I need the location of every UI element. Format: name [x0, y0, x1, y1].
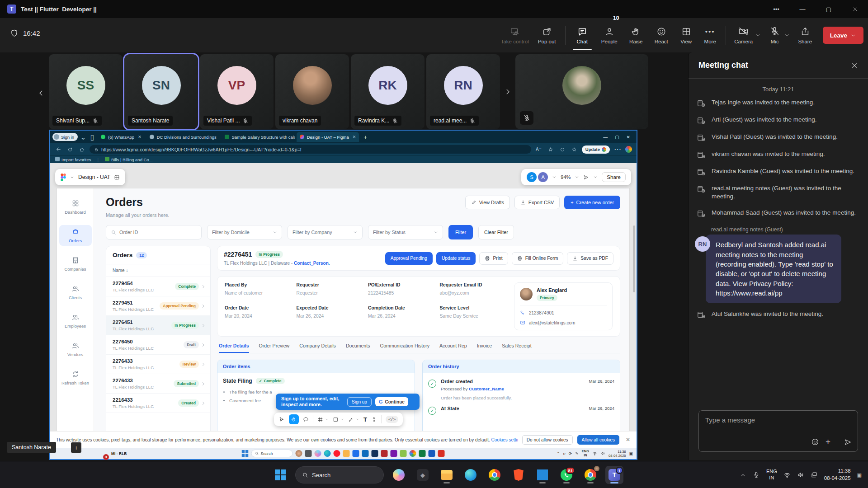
participant-tile-active-speaker[interactable]: SN Santosh Narate	[124, 54, 198, 129]
present-play-icon[interactable]	[583, 174, 589, 180]
language-indicator[interactable]: ENGIN	[766, 469, 777, 481]
vertical-tabs-icon[interactable]: ▯	[89, 133, 96, 141]
tray-icon[interactable]: ⟳	[569, 451, 572, 456]
clear-filter-button[interactable]: Clear Filter	[478, 225, 514, 239]
volume-icon[interactable]	[797, 471, 804, 479]
chevron-down-icon[interactable]	[325, 418, 329, 421]
navy-app-icon[interactable]	[372, 450, 378, 457]
files-app-icon[interactable]	[305, 450, 312, 457]
teams-button[interactable]: T 1	[605, 466, 623, 484]
layout-icon[interactable]	[114, 174, 120, 180]
browser-tab[interactable]: DC Divisions and Surroundings✕	[146, 132, 220, 142]
favorite-star-icon[interactable]	[547, 147, 555, 152]
collections-icon[interactable]	[570, 147, 578, 152]
clock[interactable]: 11:3808-04-2025	[609, 450, 626, 458]
pen-tool-icon[interactable]	[348, 417, 354, 422]
order-row[interactable]: 2279454TL Flex Holdings LLCComplete	[106, 277, 210, 296]
component-tool-icon[interactable]	[371, 417, 377, 422]
browser-menu-dots-icon[interactable]: ⋯	[613, 145, 622, 154]
order-row[interactable]: 2279451TL Flex Holdings LLCApproval Pend…	[106, 296, 210, 316]
participant-tile[interactable]: SS Shivani Sup...	[49, 54, 123, 129]
notification-icon[interactable]: ▣	[629, 451, 633, 456]
chrome-profile-button[interactable]	[581, 466, 599, 484]
tab-account-rep[interactable]: Account Rep	[439, 343, 467, 353]
zoom-level[interactable]: 94%	[561, 174, 571, 180]
window-more-icon[interactable]: •••	[763, 0, 789, 18]
frame-tool-icon[interactable]	[317, 417, 323, 422]
comment-tool-icon[interactable]	[303, 417, 309, 422]
defender-icon[interactable]	[381, 450, 388, 457]
back-icon[interactable]	[54, 146, 62, 152]
presenter-tag-plus-button[interactable]: +	[71, 442, 81, 453]
dev-mode-toggle[interactable]: </>	[386, 416, 398, 423]
browser-update-button[interactable]: Update	[582, 145, 610, 154]
chrome-button[interactable]	[486, 466, 504, 484]
sidebar-item-employees[interactable]: Employees	[59, 310, 92, 331]
bookmark-import-favorites[interactable]: Import favorites	[55, 157, 91, 162]
mic-options-chevron-icon[interactable]	[784, 32, 790, 38]
move-cursor-tool-icon[interactable]	[278, 416, 285, 422]
canvas-scrollbar[interactable]	[633, 225, 635, 292]
tab-close-icon[interactable]: ✕	[353, 135, 356, 139]
tray-chevron-icon[interactable]: ⌃	[557, 451, 560, 456]
tray-chevron-up-icon[interactable]	[740, 472, 746, 479]
browser-minimize-icon[interactable]: —	[603, 135, 608, 140]
cookie-close-icon[interactable]: ✕	[626, 436, 630, 443]
search-box[interactable]: Search	[251, 450, 293, 457]
present-chevron-icon[interactable]	[593, 175, 598, 179]
window-minimize-icon[interactable]: —	[789, 0, 816, 18]
browser-tab[interactable]: (6) WhatsApp✕	[98, 132, 145, 142]
sidebar-item-vendors[interactable]: Vendors	[59, 339, 92, 360]
folder-icon[interactable]	[343, 450, 350, 457]
create-new-order-button[interactable]: +Create new order	[564, 196, 620, 209]
calculator-icon[interactable]	[353, 450, 359, 457]
hand-tool-icon-active[interactable]	[289, 414, 299, 424]
save-as-pdf-button[interactable]: Save as PDF	[567, 252, 613, 265]
export-csv-button[interactable]: Export CSV	[514, 196, 560, 209]
zoom-chevron-icon[interactable]	[575, 175, 579, 179]
customer-name-link[interactable]: Customer_Name	[469, 386, 504, 391]
chrome-icon[interactable]	[410, 450, 416, 457]
sidebar-item-orders[interactable]: Orders	[59, 225, 92, 246]
send-icon[interactable]	[844, 438, 852, 446]
participant-tile[interactable]: RK Ravindra K...	[351, 54, 425, 129]
browser-tab-active[interactable]: Design - UAT – Figma✕	[297, 132, 359, 142]
participant-tile[interactable]: vikram chavan	[275, 54, 349, 129]
browser-profile-avatar[interactable]	[625, 146, 632, 153]
todo-icon[interactable]	[400, 450, 407, 457]
start-button[interactable]	[271, 466, 289, 484]
contact-email-row[interactable]: alex@vstatefilings.com	[520, 320, 607, 325]
sign-up-button[interactable]: Sign up	[347, 397, 372, 407]
order-id-search-field[interactable]	[106, 225, 202, 239]
brave-button[interactable]	[509, 466, 528, 484]
tab-search-icon[interactable]: ⌄	[80, 133, 87, 141]
home-icon[interactable]	[78, 147, 86, 152]
mic-button[interactable]: Mic	[763, 26, 787, 44]
sidebar-item-clients[interactable]: Clients	[59, 282, 92, 303]
leave-button[interactable]: Leave	[823, 27, 863, 44]
read-aloud-icon[interactable]: A⌃	[535, 147, 543, 152]
order-row[interactable]: 2276433TL Flex Holdings LLCSubmitted	[106, 374, 210, 394]
new-tab-button[interactable]: +	[361, 134, 370, 141]
tab-documents[interactable]: Documents	[346, 343, 370, 353]
update-status-button[interactable]: Update status	[436, 252, 476, 265]
weather-icon[interactable]	[296, 450, 302, 457]
shape-tool-icon[interactable]	[333, 417, 339, 422]
sidebar-item-refresh-token[interactable]: Refresh Token	[59, 367, 92, 388]
text-tool-icon[interactable]: T	[363, 416, 367, 423]
filter-company-dropdown[interactable]: Filter by Company	[288, 225, 363, 239]
tray-icon[interactable]: e	[563, 451, 566, 456]
attach-plus-icon[interactable]: +	[826, 437, 830, 447]
clock[interactable]: 11:3808-04-2025	[824, 468, 851, 482]
start-icon[interactable]	[242, 450, 249, 457]
react-button[interactable]: React	[649, 27, 674, 44]
tab-company-details[interactable]: Company Details	[299, 343, 336, 353]
participant-tile[interactable]: RN read.ai mee...	[426, 54, 500, 129]
opera-icon[interactable]	[334, 450, 340, 457]
filter-button[interactable]: Filter	[448, 225, 473, 239]
contact-phone-row[interactable]: 2123874901	[520, 310, 607, 315]
participant-tile[interactable]: VP Vishal Patil ...	[200, 54, 274, 129]
emoji-icon[interactable]	[811, 438, 819, 446]
tiles-scroll-right-button[interactable]	[502, 78, 514, 105]
browser-close-icon[interactable]: ✕	[627, 135, 630, 140]
